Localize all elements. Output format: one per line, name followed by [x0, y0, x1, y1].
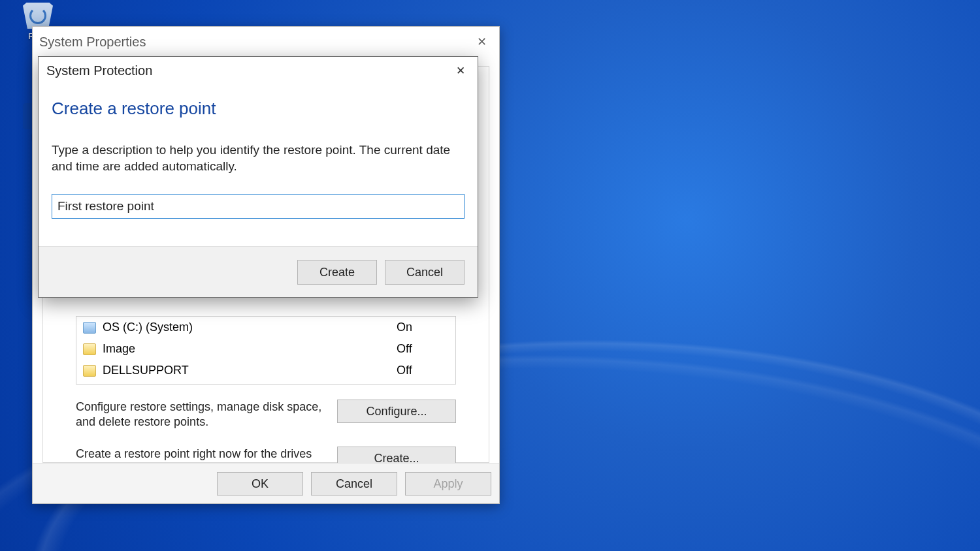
dialog-heading: Create a restore point [39, 84, 478, 119]
drive-status: On [397, 321, 449, 334]
close-icon: ✕ [456, 64, 465, 78]
window-footer: OK Cancel Apply [33, 463, 499, 503]
recycle-bin-icon [23, 3, 53, 29]
titlebar[interactable]: System Properties ✕ [33, 27, 499, 57]
cancel-button[interactable]: Cancel [385, 260, 465, 285]
ok-button[interactable]: OK [217, 472, 303, 496]
restore-point-name-input[interactable] [52, 194, 465, 219]
list-item[interactable]: OS (C:) (System) On [76, 317, 455, 338]
drive-icon [83, 322, 96, 334]
window-title: System Properties [39, 35, 146, 50]
list-item[interactable]: DELLSUPPORT Off [76, 360, 455, 381]
dialog-footer: Create Cancel [39, 246, 478, 297]
create-button[interactable]: Create [297, 260, 377, 285]
drive-status: Off [397, 364, 449, 377]
close-button[interactable]: ✕ [448, 61, 474, 80]
drive-name: OS (C:) (System) [103, 321, 397, 334]
configure-button[interactable]: Configure... [337, 400, 456, 423]
close-icon: ✕ [477, 35, 487, 49]
titlebar[interactable]: System Protection ✕ [39, 57, 478, 84]
folder-icon [83, 343, 96, 355]
close-button[interactable]: ✕ [466, 31, 497, 52]
drive-name: DELLSUPPORT [103, 364, 397, 377]
apply-button: Apply [405, 472, 491, 496]
dialog-system-protection: System Protection ✕ Create a restore poi… [38, 56, 478, 298]
drive-name: Image [103, 342, 397, 356]
drive-status: Off [397, 342, 449, 356]
protection-drives-list[interactable]: OS (C:) (System) On Image Off DELLSUPPOR… [76, 316, 456, 385]
dialog-description: Type a description to help you identify … [39, 119, 478, 174]
configure-row: Configure restore settings, manage disk … [76, 400, 456, 429]
configure-description: Configure restore settings, manage disk … [76, 400, 324, 429]
cancel-button[interactable]: Cancel [311, 472, 397, 496]
dialog-title: System Protection [46, 63, 152, 78]
list-item[interactable]: Image Off [76, 338, 455, 360]
folder-icon [83, 365, 96, 377]
